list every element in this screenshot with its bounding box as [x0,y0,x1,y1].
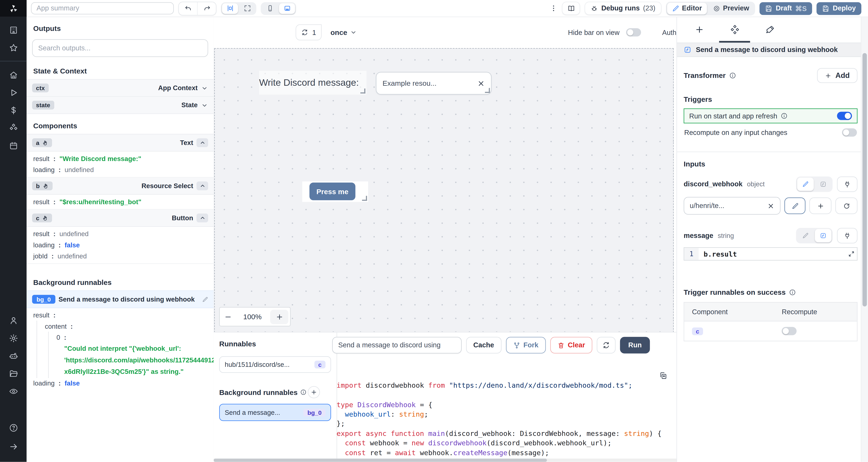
expression-editor[interactable]: 1 b.result [684,248,858,261]
cache-button[interactable]: Cache [466,337,501,354]
zoom-in-button[interactable] [270,309,288,324]
refresh-code-button[interactable] [597,337,616,354]
rail-expand-button[interactable] [5,440,22,453]
undo-button[interactable] [179,2,197,15]
reload-resources-button[interactable] [835,198,857,214]
static-mode-button[interactable] [797,229,814,242]
resource-select-component[interactable]: Example resou... [376,72,492,95]
component-row-a[interactable]: a Text [27,134,214,152]
rail-item-help[interactable] [5,421,22,434]
create-resource-button[interactable] [809,198,831,214]
horizontal-scrollbar[interactable] [214,459,676,462]
redo-button[interactable] [198,2,216,15]
connect-input-button[interactable] [837,176,858,192]
app-summary-input[interactable] [31,2,174,14]
tab-component-settings[interactable] [717,16,752,42]
clear-resource-icon[interactable] [767,202,775,209]
refresh-count-box[interactable]: 1 [296,24,321,40]
chevron-down-icon[interactable] [201,84,208,92]
runnable-item-hub[interactable]: hub/1511/discord/se... c [219,356,331,373]
chevron-down-icon[interactable] [201,102,208,109]
static-mode-button[interactable] [797,177,814,191]
pencil-icon [791,202,799,209]
copy-code-icon[interactable] [659,371,668,380]
rail-item-workspace[interactable] [5,23,22,37]
clear-button[interactable]: Clear [550,337,592,354]
input-mode-toggle [796,228,833,243]
center-content-button[interactable] [222,3,238,13]
bg-runnables-title: Background runnables [219,388,298,396]
collapse-button[interactable] [196,138,208,147]
hide-bar-toggle[interactable] [626,28,641,37]
search-outputs-input[interactable] [32,39,208,57]
home-icon [9,70,18,79]
eval-mode-button[interactable] [815,177,832,191]
scrollbar-thumb[interactable] [214,459,547,462]
run-button[interactable]: Run [620,337,650,354]
add-background-runnable-button[interactable] [308,386,320,398]
rail-item-runs[interactable] [5,86,22,99]
edit-resource-button[interactable] [784,198,806,214]
component-row-b[interactable]: b Resource Select [27,177,214,195]
rail-item-schedules[interactable] [5,139,22,152]
docs-button[interactable] [562,2,580,15]
background-runnable-row[interactable]: bg_0 Send a message to discord using web… [27,290,214,308]
runnable-name-input[interactable] [332,337,462,354]
rail-item-resources[interactable] [5,121,22,134]
rail-item-home[interactable] [5,68,22,81]
run-on-start-toggle[interactable] [837,112,852,120]
scrollbar-thumb[interactable] [862,53,867,306]
fullwidth-button[interactable] [239,3,255,13]
recompute-c-toggle[interactable] [782,327,797,335]
editor-tab[interactable]: Editor [667,2,707,14]
rail-item-favorites[interactable] [5,41,22,54]
resize-handle[interactable] [485,88,490,93]
desktop-view-button[interactable] [279,3,295,13]
output-row-ctx[interactable]: ctx App Context [27,79,214,97]
rail-item-audit[interactable] [5,385,22,398]
expression-value: b.result [699,250,737,258]
fork-button[interactable]: Fork [506,337,546,354]
rail-item-folders[interactable] [5,367,22,380]
more-menu-button[interactable] [550,4,558,12]
recompute-toggle[interactable] [842,128,857,136]
clear-selection-icon[interactable] [477,79,485,87]
collapse-button[interactable] [196,182,208,190]
vertical-scrollbar[interactable] [861,16,868,462]
rail-item-users[interactable] [5,314,22,327]
save-icon [765,5,772,12]
preview-tab[interactable]: Preview [708,2,754,14]
tab-insert-component[interactable] [682,16,717,42]
robot-icon [9,351,18,360]
code-editor[interactable]: import discordwebhook from "https://deno… [326,358,677,459]
resize-handle[interactable] [361,89,366,94]
resize-handle[interactable] [362,196,367,201]
zoom-out-button[interactable] [220,307,237,326]
rail-item-settings[interactable] [5,331,22,344]
press-me-button[interactable]: Press me [309,183,355,200]
text-component[interactable]: Write Discord message: [259,71,366,95]
rail-item-workers[interactable] [5,349,22,362]
connect-input-button[interactable] [837,228,858,243]
app-canvas[interactable]: Write Discord message: Example resou... … [214,48,674,332]
minus-icon [224,313,232,321]
component-row-c[interactable]: c Button [27,209,214,227]
output-row-state[interactable]: state State [27,97,214,114]
tab-styling[interactable] [752,16,787,42]
draft-button[interactable]: Draft ⌘S [760,2,812,15]
expand-editor-button[interactable] [847,250,856,258]
add-transformer-button[interactable]: Add [817,68,858,83]
resource-picker[interactable]: u/henri/te... [684,197,781,214]
edit-icon[interactable] [202,296,208,302]
eval-mode-button[interactable] [815,229,832,242]
draft-label: Draft [776,4,792,12]
component-b-badge: b [32,182,53,190]
runnable-item-bg0[interactable]: Send a message... bg_0 [219,404,331,421]
windmill-logo[interactable] [0,0,27,16]
debug-runs-button[interactable]: Debug runs (23) [585,2,661,15]
mobile-view-button[interactable] [262,3,278,13]
deploy-button[interactable]: Deploy [817,2,861,15]
rail-item-variables[interactable] [5,103,22,117]
refresh-mode-dropdown[interactable]: once [331,28,357,37]
collapse-button[interactable] [196,213,208,222]
